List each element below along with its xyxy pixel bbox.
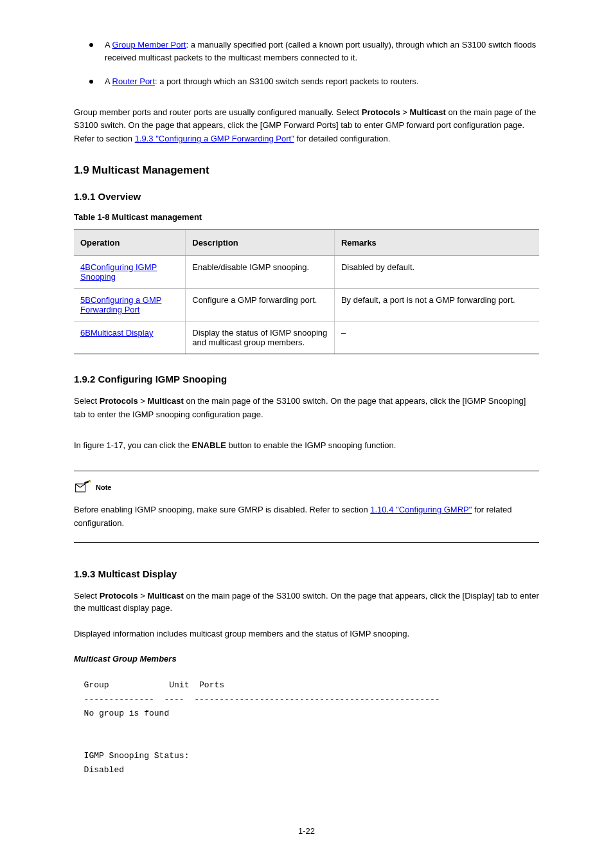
note-box: Note Before enabling IGMP snooping, make…	[74, 471, 539, 543]
product-ref: S3100	[276, 591, 301, 601]
product-ref: S3100	[249, 77, 274, 86]
menu-path-protocols: Protocols	[362, 107, 400, 117]
list-item: A Group Member Port: a manually specifie…	[74, 39, 539, 64]
display-paragraph-1: Select Protocols > Multicast on the main…	[74, 590, 539, 615]
multicast-group-members-label: Multicast Group Members	[74, 654, 177, 664]
product-ref: S3100	[74, 120, 98, 130]
link-multicast-display[interactable]: 6BMulticast Display	[80, 328, 153, 338]
page-number: 1-22	[0, 826, 613, 836]
list-text: A	[105, 77, 112, 86]
table-row: 6BMulticast Display Display the status o…	[74, 321, 539, 354]
link-section-1-10-4[interactable]: 1.10.4	[370, 505, 396, 514]
table-cell: Enable/disable IGMP snooping.	[186, 255, 335, 288]
note-icon	[74, 480, 92, 494]
link-router-port[interactable]: Router Port	[112, 77, 155, 86]
enable-button-ref: ENABLE	[192, 440, 226, 450]
note-body: Before enabling IGMP snooping, make sure…	[74, 503, 539, 530]
link-section-1-9-3[interactable]: 1.9.3	[135, 134, 156, 143]
list-text: : a port through which an	[155, 77, 249, 86]
menu-path-multicast: Multicast	[410, 107, 446, 117]
config-paragraph-2: In figure 1-17, you can click the ENABLE…	[74, 439, 539, 453]
menu-path-protocols: Protocols	[100, 396, 138, 406]
table-header-remarks: Remarks	[334, 230, 539, 255]
link-config-gmp-port[interactable]: 5BConfiguring a GMP Forwarding Port	[80, 295, 161, 314]
table-header-operation: Operation	[74, 230, 186, 255]
table-row: 4BConfiguring IGMP Snooping Enable/disab…	[74, 255, 539, 288]
sub-header-overview: 1.9.1 Overview	[74, 191, 539, 202]
list-text: A	[105, 40, 112, 50]
table-header-description: Description	[186, 230, 335, 255]
link-section-1-10-4-title[interactable]: "Configuring GMRP"	[396, 505, 472, 514]
table-cell: Configure a GMP forwarding port.	[186, 288, 335, 321]
list-text: switch sends report packets to routers.	[276, 77, 419, 86]
note-label: Note	[96, 484, 111, 491]
sub-header-igmp-snooping: 1.9.2 Configuring IGMP Snooping	[74, 374, 539, 384]
link-section-1-9-3-title[interactable]: "Configuring a GMP Forwarding Port"	[155, 134, 294, 143]
table-row: 5BConfiguring a GMP Forwarding Port Conf…	[74, 288, 539, 321]
bullet-icon	[89, 43, 93, 47]
product-ref: S3100	[462, 40, 486, 50]
bullet-icon	[89, 80, 93, 84]
table-cell: Display the status of IGMP snooping and …	[186, 321, 335, 354]
sub-header-multicast-display: 1.9.3 Multicast Display	[74, 568, 539, 579]
link-config-igmp-snooping[interactable]: 4BConfiguring IGMP Snooping	[80, 262, 157, 282]
config-paragraph-1: Select Protocols > Multicast on the main…	[74, 395, 539, 422]
menu-path-multicast: Multicast	[148, 591, 184, 601]
multicast-management-table: Operation Description Remarks 4BConfigur…	[74, 230, 539, 354]
product-ref: S3100	[276, 396, 301, 406]
table-caption: Table 1-8 Multicast management	[74, 212, 539, 222]
table-cell: By default, a port is not a GMP forwardi…	[334, 288, 539, 321]
table-cell: Disabled by default.	[334, 255, 539, 288]
section-header-multicast-management: 1.9 Multicast Management	[74, 164, 539, 177]
menu-path-multicast: Multicast	[148, 396, 184, 406]
menu-path-protocols: Protocols	[100, 591, 138, 601]
table-cell: –	[334, 321, 539, 354]
intro-paragraph: Group member ports and router ports are …	[74, 106, 539, 146]
list-text: : a manually specified port (called a kn…	[186, 40, 461, 50]
bullet-list: A Group Member Port: a manually specifie…	[74, 39, 539, 88]
terminal-output: Group Unit Ports -------------- ---- ---…	[74, 678, 539, 778]
display-paragraph-2: Displayed information includes multicast…	[74, 628, 539, 640]
link-group-member-port[interactable]: Group Member Port	[112, 40, 186, 50]
list-item: A Router Port: a port through which an S…	[74, 75, 539, 88]
